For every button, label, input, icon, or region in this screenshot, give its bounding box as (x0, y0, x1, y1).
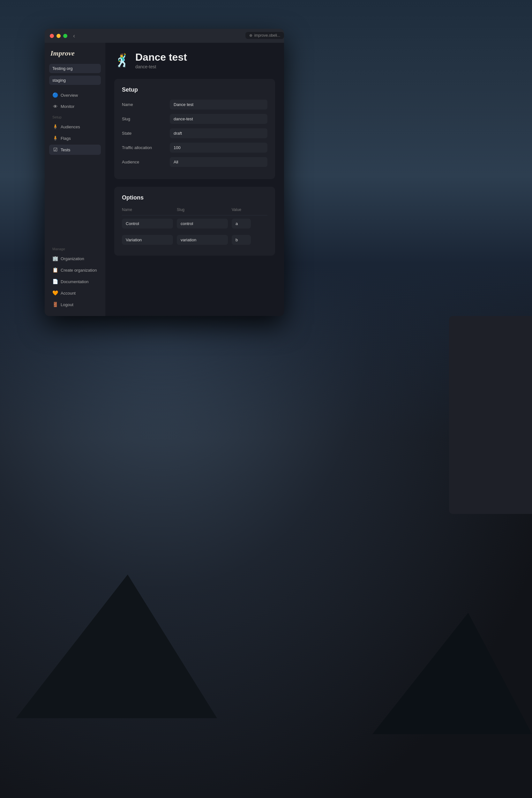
tests-icon: ☑ (52, 147, 58, 153)
right-panel-cutoff (449, 316, 532, 514)
state-row: State (122, 128, 267, 138)
option-row-control (122, 215, 267, 232)
col-header-slug: Slug (177, 208, 228, 212)
page-title: Dance test (135, 52, 187, 63)
logout-icon: 🚪 (52, 302, 58, 307)
monitor-icon: 👁 (52, 104, 58, 109)
mountain-left (16, 574, 217, 718)
titlebar: ‹ ⊕ improve.obeli... (45, 29, 284, 43)
manage-section-label: Manage (49, 245, 101, 252)
sidebar-item-create-org-label: Create organization (61, 268, 97, 272)
sidebar-item-flags-label: Flags (61, 136, 71, 141)
close-button[interactable] (50, 34, 54, 38)
sidebar-item-monitor-label: Monitor (61, 104, 74, 109)
page-subtitle: dance-test (135, 64, 187, 69)
audience-input[interactable] (170, 157, 267, 167)
flags-icon: 🧍 (52, 135, 58, 141)
name-label: Name (122, 102, 170, 107)
sidebar-item-overview-label: Overview (61, 93, 78, 98)
traffic-row: Traffic allocation (122, 143, 267, 153)
state-input[interactable] (170, 128, 267, 138)
main-content: 🕺 Dance test dance-test Setup Name Slug (105, 43, 284, 316)
audience-row: Audience (122, 157, 267, 167)
sidebar-item-tests[interactable]: ☑ Tests (49, 145, 101, 155)
sidebar-item-logout[interactable]: 🚪 Logout (49, 299, 101, 310)
mountain-right (373, 613, 532, 734)
col-header-name: Name (122, 208, 173, 212)
options-table-header: Name Slug Value (122, 208, 267, 215)
address-icon: ⊕ (249, 33, 252, 38)
options-section-title: Options (122, 194, 267, 201)
slug-label: Slug (122, 116, 170, 121)
sidebar-logo: Improve (49, 49, 101, 57)
control-slug-input[interactable] (177, 218, 228, 229)
window-content: Improve Testing org staging 🔵 Overview 👁… (45, 43, 284, 316)
back-button[interactable]: ‹ (73, 33, 75, 39)
address-text: improve.obeli... (254, 33, 280, 38)
sidebar-item-audiences[interactable]: 🧍 Audiences (49, 121, 101, 132)
mac-window: ‹ ⊕ improve.obeli... Improve Testing org… (45, 29, 284, 316)
name-row: Name (122, 100, 267, 110)
slug-row: Slug (122, 114, 267, 124)
audience-label: Audience (122, 159, 170, 165)
sidebar-item-flags[interactable]: 🧍 Flags (49, 133, 101, 143)
state-label: State (122, 131, 170, 136)
col-header-value: Value (232, 208, 267, 212)
traffic-label: Traffic allocation (122, 145, 170, 150)
control-name-input[interactable] (122, 218, 173, 229)
organization-icon: 🏢 (52, 256, 58, 262)
env-selector[interactable]: staging (49, 76, 101, 85)
documentation-icon: 📄 (52, 279, 58, 284)
audiences-icon: 🧍 (52, 124, 58, 130)
options-section: Options Name Slug Value (114, 187, 275, 256)
sidebar-item-organization[interactable]: 🏢 Organization (49, 253, 101, 264)
sidebar-item-monitor[interactable]: 👁 Monitor (49, 101, 101, 111)
sidebar-item-documentation-label: Documentation (61, 279, 89, 284)
sidebar: Improve Testing org staging 🔵 Overview 👁… (45, 43, 105, 316)
option-row-variation (122, 232, 267, 248)
address-bar: ⊕ improve.obeli... (245, 32, 284, 39)
page-header: 🕺 Dance test dance-test (114, 52, 275, 69)
control-value-input[interactable] (232, 218, 251, 229)
sidebar-item-organization-label: Organization (61, 256, 84, 261)
create-org-icon: 📋 (52, 267, 58, 273)
sidebar-item-overview[interactable]: 🔵 Overview (49, 90, 101, 100)
setup-section-title: Setup (122, 87, 267, 93)
name-input[interactable] (170, 100, 267, 110)
variation-name-input[interactable] (122, 235, 173, 245)
sidebar-item-tests-label: Tests (61, 148, 70, 152)
org-selector[interactable]: Testing org (49, 64, 101, 73)
minimize-button[interactable] (56, 34, 61, 38)
sidebar-item-documentation[interactable]: 📄 Documentation (49, 277, 101, 287)
slug-input[interactable] (170, 114, 267, 124)
sidebar-item-create-org[interactable]: 📋 Create organization (49, 265, 101, 275)
setup-section: Setup Name Slug State Traffic allocation (114, 79, 275, 179)
sidebar-item-account[interactable]: 🧡 Account (49, 288, 101, 298)
traffic-input[interactable] (170, 143, 267, 153)
sidebar-item-account-label: Account (61, 291, 76, 296)
setup-section-label: Setup (49, 113, 101, 120)
maximize-button[interactable] (63, 34, 67, 38)
page-icon: 🕺 (114, 53, 130, 68)
sidebar-item-audiences-label: Audiences (61, 125, 80, 129)
page-title-group: Dance test dance-test (135, 52, 187, 69)
account-icon: 🧡 (52, 290, 58, 296)
variation-slug-input[interactable] (177, 235, 228, 245)
sidebar-item-logout-label: Logout (61, 302, 73, 307)
overview-icon: 🔵 (52, 92, 58, 98)
variation-value-input[interactable] (232, 235, 251, 245)
